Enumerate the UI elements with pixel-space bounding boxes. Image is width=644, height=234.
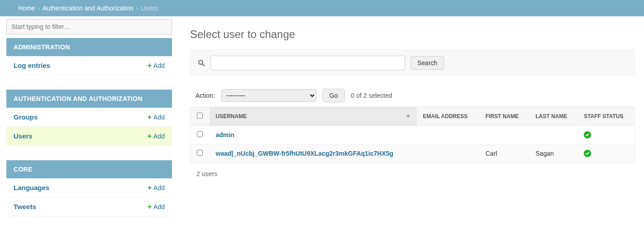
- add-label: Add: [153, 114, 165, 121]
- cell-last-name: Sagan: [529, 144, 577, 163]
- cell-first-name: Carl: [479, 144, 530, 163]
- sidebar-section-core: CORE Languages + Add Tweets + Add: [6, 160, 172, 216]
- breadcrumb-current: Users: [141, 5, 158, 12]
- search-button[interactable]: Search: [410, 56, 444, 70]
- table-row: waad|_nUcbj_GWBW-fr5fhUtU9XLacg2r3mkGFAq…: [191, 144, 635, 163]
- sidebar: ADMINISTRATION Log entries + Add AUTHENT…: [0, 16, 172, 216]
- sort-asc-icon: [406, 113, 410, 118]
- plus-icon: +: [148, 114, 152, 121]
- sidebar-item-users[interactable]: Users + Add: [6, 127, 172, 146]
- col-first-name[interactable]: FIRST NAME: [479, 107, 530, 126]
- cell-email: [417, 144, 479, 163]
- sidebar-gap: [6, 146, 172, 157]
- sidebar-item-add[interactable]: + Add: [148, 184, 165, 191]
- table-row: admin: [191, 126, 635, 144]
- search-icon: [198, 59, 205, 67]
- sidebar-item-label[interactable]: Log entries: [14, 62, 50, 69]
- sidebar-item-groups[interactable]: Groups + Add: [6, 108, 172, 127]
- check-circle-icon: [584, 131, 591, 138]
- sidebar-item-label[interactable]: Languages: [14, 184, 49, 191]
- row-count: 2 users: [190, 163, 635, 179]
- sidebar-item-languages[interactable]: Languages + Add: [6, 178, 172, 197]
- sidebar-gap: [6, 75, 172, 86]
- username-link[interactable]: waad|_nUcbj_GWBW-fr5fhUtU9XLacg2r3mkGFAq…: [216, 150, 394, 157]
- sidebar-caption: ADMINISTRATION: [6, 38, 172, 56]
- select-all-checkbox[interactable]: [197, 113, 203, 119]
- sidebar-item-log-entries[interactable]: Log entries + Add: [6, 56, 172, 75]
- search-toolbar: Search: [190, 50, 635, 76]
- cell-email: [417, 126, 479, 144]
- sidebar-item-add[interactable]: + Add: [148, 133, 165, 140]
- action-select[interactable]: ---------: [221, 89, 316, 102]
- cell-staff-status: [577, 126, 634, 144]
- page-title: Select user to change: [190, 28, 635, 41]
- add-label: Add: [153, 62, 165, 69]
- row-checkbox[interactable]: [197, 150, 203, 156]
- action-label: Action:: [196, 92, 215, 99]
- cell-staff-status: [577, 144, 634, 163]
- sidebar-item-add[interactable]: + Add: [148, 203, 165, 210]
- breadcrumb-sep: ›: [136, 5, 138, 12]
- cell-first-name: [479, 126, 530, 144]
- sidebar-caption: CORE: [6, 160, 172, 178]
- plus-icon: +: [148, 184, 152, 191]
- sidebar-item-label[interactable]: Users: [14, 132, 33, 140]
- cell-last-name: [529, 126, 577, 144]
- sidebar-filter-input[interactable]: [6, 19, 172, 34]
- sidebar-section-administration: ADMINISTRATION Log entries + Add: [6, 38, 172, 75]
- breadcrumb-sep: ›: [38, 5, 40, 12]
- go-button[interactable]: Go: [323, 89, 345, 102]
- sidebar-item-tweets[interactable]: Tweets + Add: [6, 197, 172, 216]
- search-input[interactable]: [210, 56, 405, 70]
- col-staff-status[interactable]: STAFF STATUS: [577, 107, 634, 126]
- col-username[interactable]: USERNAME: [210, 107, 417, 126]
- col-last-name[interactable]: LAST NAME: [529, 107, 577, 126]
- action-row: Action: --------- Go 0 of 2 selected: [190, 87, 635, 107]
- row-checkbox[interactable]: [197, 131, 203, 137]
- col-email[interactable]: EMAIL ADDRESS: [417, 107, 479, 126]
- add-label: Add: [153, 203, 165, 210]
- svg-marker-2: [406, 114, 410, 117]
- plus-icon: +: [148, 62, 152, 69]
- sidebar-item-add[interactable]: + Add: [148, 62, 165, 69]
- col-label: USERNAME: [216, 113, 247, 119]
- breadcrumb-home[interactable]: Home: [18, 5, 35, 12]
- sidebar-item-add[interactable]: + Add: [148, 114, 165, 121]
- breadcrumb-app[interactable]: Authentication and Authorization: [43, 5, 134, 12]
- add-label: Add: [153, 133, 165, 140]
- svg-line-1: [202, 64, 204, 66]
- breadcrumb: Home › Authentication and Authorization …: [0, 0, 644, 16]
- main-content: Select user to change Search Action: ---…: [172, 16, 644, 216]
- col-select-all: [191, 107, 210, 126]
- username-link[interactable]: admin: [216, 131, 234, 138]
- sidebar-caption: AUTHENTICATION AND AUTHORIZATION: [6, 90, 172, 108]
- sidebar-section-auth: AUTHENTICATION AND AUTHORIZATION Groups …: [6, 90, 172, 146]
- results-table: USERNAME EMAIL ADDRESS FIRST NAME LAST N…: [190, 107, 635, 163]
- check-circle-icon: [584, 150, 591, 157]
- sidebar-item-label[interactable]: Groups: [14, 113, 38, 121]
- plus-icon: +: [148, 133, 152, 140]
- plus-icon: +: [148, 203, 152, 210]
- selected-count: 0 of 2 selected: [351, 92, 392, 99]
- add-label: Add: [153, 184, 165, 191]
- sidebar-item-label[interactable]: Tweets: [14, 203, 36, 210]
